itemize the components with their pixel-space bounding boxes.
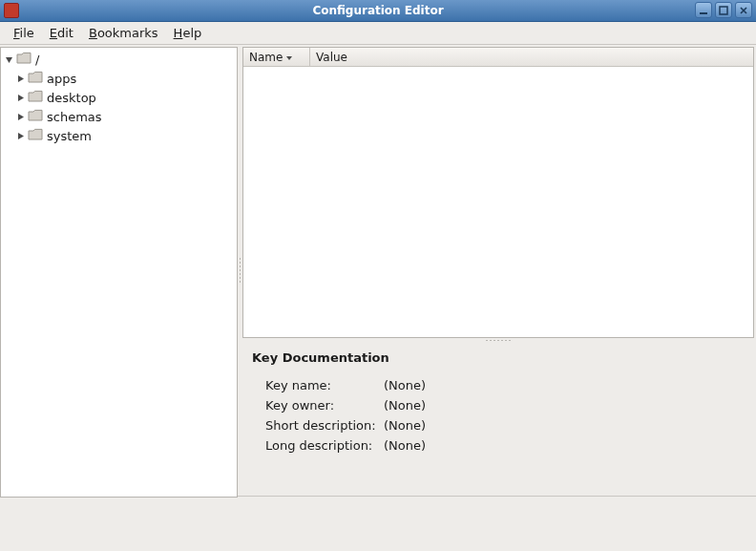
sort-indicator-icon	[285, 51, 293, 64]
doc-heading: Key Documentation	[252, 350, 745, 365]
right-pane: Name Value Key Documentation Key name: (…	[242, 47, 754, 494]
doc-value: (None)	[384, 418, 426, 433]
doc-rows: Key name: (None) Key owner: (None) Short…	[252, 378, 745, 453]
horizontal-splitter[interactable]	[242, 338, 754, 343]
folder-icon	[28, 109, 43, 125]
expander-down-icon[interactable]	[3, 55, 14, 64]
expander-right-icon[interactable]	[14, 113, 26, 121]
svg-rect-0	[700, 12, 707, 14]
doc-value: (None)	[384, 378, 426, 392]
doc-label: Short description:	[265, 418, 384, 433]
folder-icon	[16, 52, 32, 68]
tree-root-label: /	[35, 53, 39, 67]
tree-item-label: desktop	[47, 91, 96, 105]
column-header-value[interactable]: Value	[310, 48, 753, 66]
bottom-bar	[0, 496, 756, 551]
svg-rect-1	[720, 7, 727, 14]
column-label: Name	[249, 51, 283, 64]
expander-right-icon[interactable]	[14, 74, 26, 83]
menu-accel: H	[174, 26, 183, 40]
tree-item-label: system	[47, 129, 92, 143]
tree-root[interactable]: /	[1, 50, 237, 69]
tree-item-desktop[interactable]: desktop	[1, 88, 237, 107]
doc-value: (None)	[384, 398, 426, 413]
menu-bookmarks[interactable]: Bookmarks	[81, 24, 166, 42]
main-area: / apps desktop	[0, 45, 756, 496]
doc-label: Key owner:	[265, 398, 384, 413]
expander-right-icon[interactable]	[14, 132, 26, 140]
key-documentation-panel: Key Documentation Key name: (None) Key o…	[242, 343, 754, 494]
folder-icon	[28, 71, 43, 87]
table-body[interactable]	[243, 67, 753, 337]
expander-right-icon[interactable]	[14, 94, 26, 102]
tree-item-label: apps	[47, 72, 76, 86]
window-controls	[695, 2, 752, 18]
doc-row-short-desc: Short description: (None)	[265, 418, 745, 433]
doc-value: (None)	[384, 438, 426, 453]
menu-file[interactable]: File	[6, 24, 42, 42]
vertical-splitter[interactable]	[238, 45, 242, 496]
folder-icon	[28, 90, 43, 106]
doc-row-key-name: Key name: (None)	[265, 378, 745, 392]
tree-panel[interactable]: / apps desktop	[0, 47, 238, 498]
column-header-name[interactable]: Name	[243, 48, 310, 66]
tree-item-system[interactable]: system	[1, 126, 237, 145]
minimize-button[interactable]	[695, 2, 712, 18]
menu-accel: B	[89, 26, 97, 40]
key-table: Name Value	[242, 47, 754, 338]
maximize-button[interactable]	[715, 2, 732, 18]
folder-icon	[28, 128, 43, 144]
window-title: Configuration Editor	[0, 4, 756, 17]
doc-label: Key name:	[265, 378, 384, 392]
menu-edit[interactable]: Edit	[42, 24, 81, 42]
doc-row-key-owner: Key owner: (None)	[265, 398, 745, 413]
tree: / apps desktop	[1, 48, 237, 147]
titlebar: Configuration Editor	[0, 0, 756, 22]
doc-row-long-desc: Long description: (None)	[265, 438, 745, 453]
tree-item-label: schemas	[47, 110, 102, 124]
menubar: File Edit Bookmarks Help	[0, 22, 756, 45]
close-button[interactable]	[735, 2, 752, 18]
tree-item-apps[interactable]: apps	[1, 69, 237, 88]
menu-accel: E	[50, 26, 57, 40]
tree-item-schemas[interactable]: schemas	[1, 107, 237, 126]
doc-label: Long description:	[265, 438, 384, 453]
table-header: Name Value	[243, 48, 753, 67]
menu-help[interactable]: Help	[166, 24, 210, 42]
column-label: Value	[316, 51, 347, 64]
app-icon	[4, 3, 19, 18]
